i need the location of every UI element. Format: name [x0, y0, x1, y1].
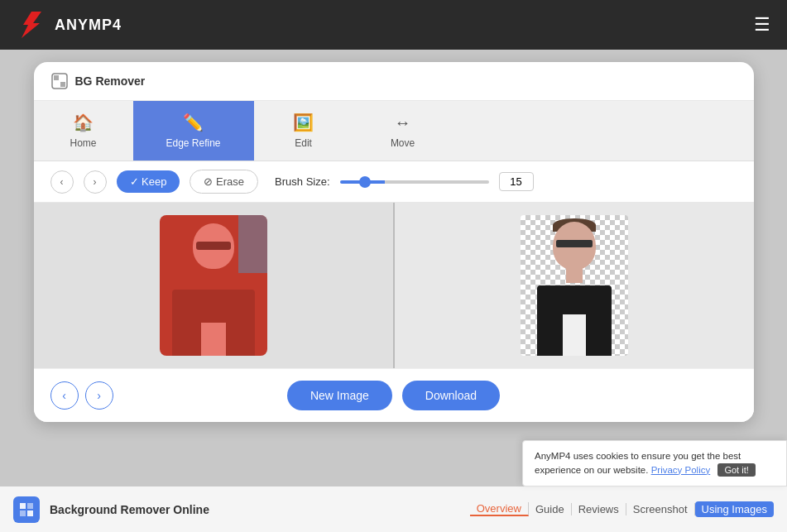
tab-move-label: Move [391, 137, 415, 149]
canvas-area [34, 203, 754, 368]
main-area: BG Remover 🏠 Home ✏️ Edge Refine 🖼️ Edit… [0, 50, 787, 486]
site-nav-using-images[interactable]: Using Images [695, 501, 774, 517]
anymp4-logo-icon [17, 10, 46, 40]
tab-edit[interactable]: 🖼️ Edit [254, 101, 353, 161]
next-image-button[interactable]: › [85, 381, 113, 410]
person-image-right [521, 215, 628, 356]
svg-rect-6 [20, 503, 26, 509]
redo-button[interactable]: › [84, 170, 107, 194]
site-nav-guide[interactable]: Guide [529, 503, 572, 515]
cookie-banner: AnyMP4 uses cookies to ensure you get th… [522, 440, 787, 487]
prev-image-button[interactable]: ‹ [50, 381, 79, 410]
tabs-container: 🏠 Home ✏️ Edge Refine 🖼️ Edit ↔️ Move [34, 101, 754, 161]
person-image-left [160, 215, 267, 356]
cookie-got-it-button[interactable]: Got it! [717, 463, 755, 477]
new-image-button[interactable]: New Image [287, 381, 392, 410]
undo-button[interactable]: ‹ [50, 170, 74, 194]
move-icon: ↔️ [395, 113, 411, 132]
tab-home-label: Home [70, 137, 96, 149]
card-title: BG Remover [75, 74, 146, 88]
tab-edit-label: Edit [295, 137, 312, 149]
brush-size-input[interactable] [499, 172, 534, 191]
svg-rect-7 [27, 503, 33, 509]
cookie-text: AnyMP4 uses cookies to ensure you get th… [535, 451, 741, 475]
erase-button[interactable]: ⊘ Erase [190, 170, 258, 194]
nav-area: ‹ › [50, 381, 113, 410]
logo-area: ANYMP4 [17, 10, 122, 40]
bottom-bar: ‹ › New Image Download [34, 368, 754, 422]
svg-rect-9 [27, 510, 33, 516]
svg-rect-3 [60, 75, 65, 80]
edge-refine-icon: ✏️ [183, 113, 204, 132]
brush-size-slider[interactable] [340, 180, 489, 184]
edit-icon: 🖼️ [293, 113, 314, 132]
keep-button[interactable]: ✓ Keep [117, 170, 180, 193]
canvas-left[interactable] [34, 203, 395, 368]
svg-rect-8 [20, 510, 26, 516]
top-nav: ANYMP4 ☰ [0, 0, 787, 50]
site-nav-overview[interactable]: Overview [470, 502, 529, 516]
tab-edge-refine[interactable]: ✏️ Edge Refine [133, 101, 254, 161]
app-card: BG Remover 🏠 Home ✏️ Edge Refine 🖼️ Edit… [34, 62, 754, 422]
card-header: BG Remover [34, 62, 754, 101]
bg-remover-icon [50, 72, 69, 90]
site-title: Background Remover Online [50, 503, 209, 516]
privacy-policy-link[interactable]: Privacy Policy [651, 465, 711, 475]
tab-move[interactable]: ↔️ Move [353, 101, 453, 161]
site-nav: Overview Guide Reviews Screenshot Using … [470, 501, 774, 517]
tab-home[interactable]: 🏠 Home [34, 101, 133, 161]
brush-size-label: Brush Size: [275, 175, 329, 188]
app-name: ANYMP4 [55, 17, 122, 34]
site-icon [13, 496, 40, 523]
home-icon: 🏠 [73, 113, 94, 132]
hamburger-menu[interactable]: ☰ [754, 14, 770, 36]
tab-edge-refine-label: Edge Refine [166, 137, 221, 149]
toolbar: ‹ › ✓ Keep ⊘ Erase Brush Size: [34, 161, 754, 203]
svg-rect-4 [54, 82, 59, 87]
svg-rect-5 [60, 82, 65, 87]
download-button[interactable]: Download [402, 381, 500, 410]
svg-rect-2 [54, 75, 59, 80]
website-bar: Background Remover Online Overview Guide… [0, 486, 787, 532]
canvas-right[interactable] [395, 203, 754, 368]
svg-marker-0 [22, 12, 41, 38]
site-nav-screenshot[interactable]: Screenshot [626, 503, 695, 515]
site-nav-reviews[interactable]: Reviews [572, 503, 626, 515]
center-buttons: New Image Download [287, 381, 500, 410]
